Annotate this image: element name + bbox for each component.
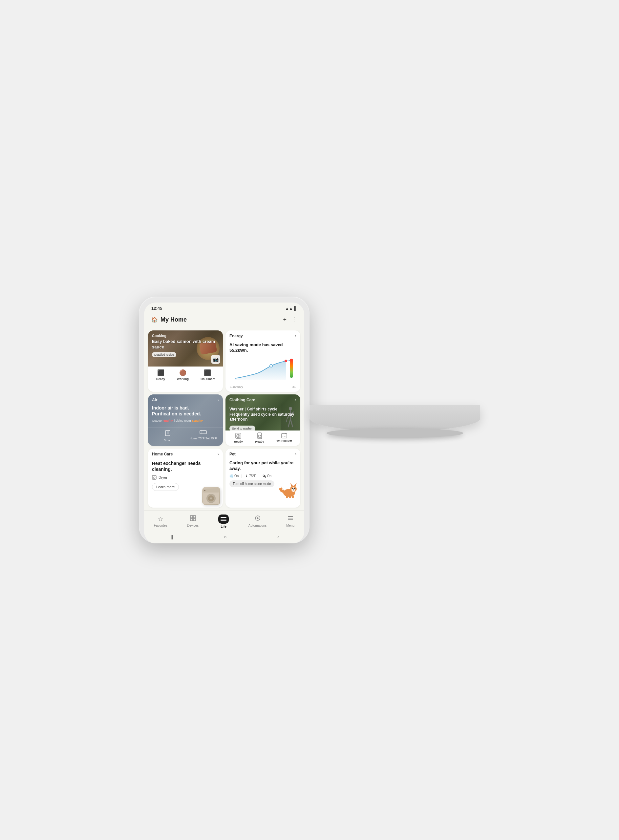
nav-devices[interactable]: Devices [184, 515, 202, 528]
energy-subtitle: AI saving mode has saved 55.2kWh. [229, 342, 296, 354]
page-title: My Home [160, 316, 187, 323]
life-icon [218, 515, 229, 524]
status-bar: 12:45 ▲▲ ▌ [144, 303, 304, 313]
clothing-card[interactable]: Clothing Care › Washer | Golf shirts cyc… [226, 394, 300, 446]
cooking-image: Cooking Easy baked salmon with cream sau… [148, 330, 223, 367]
homecare-device-row: Dryer [152, 475, 219, 480]
air-headline: Indoor air is bad. Purification is neede… [152, 405, 219, 417]
pet-card-header: Pet › [226, 449, 300, 458]
thermostat-label: Home 75°F Set 75°F [189, 437, 217, 440]
camera-button[interactable]: 📷 [211, 355, 220, 364]
menu-button[interactable]: ⋮ [291, 316, 297, 323]
signal-icon: ▲▲ [285, 306, 293, 311]
nav-favorites[interactable]: ☆ Favorites [151, 515, 170, 528]
home-button[interactable]: ○ [224, 534, 226, 539]
status-time: 12:45 [151, 306, 162, 311]
clothing-header: Clothing Care › [226, 394, 300, 402]
hood-icon: ⬛ [204, 369, 211, 376]
pet-card[interactable]: Pet › Caring for your pet while you're a… [226, 449, 300, 507]
pet-status-row: 💨 On | 🌡 75°F | 🔌 On [229, 474, 296, 478]
system-navigation: ||| ○ ‹ [144, 531, 304, 543]
air-section-label: Air [152, 398, 157, 402]
dryer-small-icon [152, 475, 157, 480]
device-item-hood: ⬛ On, Smart [200, 369, 215, 380]
energy-section-label: Energy [229, 334, 243, 338]
power-status: On [267, 474, 271, 478]
energy-card-header: Energy › [226, 330, 300, 340]
svg-marker-56 [257, 517, 259, 519]
nav-life[interactable]: Life [215, 514, 232, 529]
recent-apps-button[interactable]: ||| [169, 534, 173, 539]
menu-label: Menu [286, 524, 295, 527]
svg-rect-4 [165, 431, 170, 436]
homecare-arrow-icon[interactable]: › [218, 452, 219, 457]
cooking-devices: ⬛ Ready 🟤 Working ⬛ On, Smart [148, 367, 223, 383]
clothing-recipe-title: Washer | Golf shirts cycle Frequently us… [229, 407, 296, 422]
cooking-card[interactable]: Cooking Easy baked salmon with cream sau… [148, 330, 223, 392]
energy-body: AI saving mode has saved 55.2kWh. [226, 340, 300, 392]
svg-point-27 [153, 477, 155, 479]
oven-status: Ready [156, 377, 165, 380]
clothing-image: Clothing Care › Washer | Golf shirts cyc… [226, 394, 300, 431]
detailed-recipe-badge[interactable]: Detailed recipe [152, 352, 176, 357]
hood-status: On, Smart [200, 377, 215, 380]
svg-point-21 [258, 435, 261, 438]
washer-icon-2 [257, 433, 262, 439]
back-button[interactable]: ‹ [277, 534, 279, 539]
svg-rect-46 [289, 495, 291, 498]
air-device-purifier: Smart [151, 430, 184, 442]
device-frame: 12:45 ▲▲ ▌ 🏠 My Home + ⋮ [139, 297, 310, 543]
svg-rect-47 [292, 495, 294, 498]
app-header: 🏠 My Home + ⋮ [144, 313, 304, 328]
energy-arrow-icon[interactable]: › [295, 334, 296, 338]
nav-menu[interactable]: Menu [283, 515, 298, 528]
favorites-icon: ☆ [158, 515, 163, 523]
svg-point-33 [204, 490, 205, 491]
send-to-washer-button[interactable]: Send to washer [229, 425, 255, 431]
nav-automations[interactable]: Automations [245, 515, 270, 528]
timer-icon: 1:10 [281, 433, 287, 439]
turn-off-button[interactable]: Turn off home alone mode [229, 480, 274, 487]
clothing-arrow-icon[interactable]: › [295, 398, 296, 402]
clothing-section-label: Clothing Care [229, 398, 255, 402]
status-icons: ▲▲ ▌ [285, 306, 297, 311]
thermostat-icon [200, 430, 207, 436]
svg-point-42 [294, 488, 295, 489]
svg-point-1 [270, 364, 272, 367]
air-arrow-icon[interactable]: › [218, 398, 219, 402]
favorites-label: Favorites [154, 524, 167, 527]
battery-icon: ▌ [294, 306, 297, 311]
svg-rect-48 [190, 515, 193, 518]
ac-icon: 💨 [229, 474, 233, 478]
learn-more-button[interactable]: Learn more [152, 483, 179, 491]
add-button[interactable]: + [283, 316, 287, 323]
svg-point-43 [293, 489, 295, 490]
pet-arrow-icon[interactable]: › [295, 452, 296, 457]
energy-card[interactable]: Energy › AI saving mode has saved 55.2kW… [226, 330, 300, 392]
air-card-header: Air › [148, 394, 223, 404]
temp-icon: 🌡 [245, 474, 248, 478]
air-card[interactable]: Air › Indoor air is bad. Purification is… [148, 394, 223, 446]
air-devices: Smart Home 75°F Set 75°F [148, 428, 223, 445]
svg-point-32 [210, 497, 212, 500]
svg-rect-45 [286, 495, 288, 498]
purifier-label: Smart [164, 439, 172, 442]
svg-rect-51 [193, 518, 196, 521]
chart-date-end: 31 [292, 385, 296, 388]
cooking-section-label: Cooking [152, 334, 219, 338]
washer-icon-1 [235, 433, 242, 439]
cooker-status: Working [177, 377, 189, 380]
power-icon: 🔌 [262, 474, 266, 478]
cooking-recipe-title: Easy baked salmon with cream sauce [152, 339, 219, 350]
washer-2-status: Ready [255, 440, 264, 443]
svg-point-2 [284, 360, 287, 362]
svg-text:1:10: 1:10 [282, 436, 286, 437]
header-right: + ⋮ [283, 316, 297, 323]
clothing-devices: Ready Ready 1:10 [226, 431, 300, 446]
pet-fox-illustration [278, 480, 299, 498]
automations-icon [255, 515, 260, 523]
svg-point-41 [292, 488, 293, 489]
svg-rect-8 [200, 431, 206, 434]
homecare-card[interactable]: Home Care › Heat exchanger needs cleanin… [148, 449, 223, 507]
pet-headline: Caring for your pet while you're away. [229, 460, 296, 471]
